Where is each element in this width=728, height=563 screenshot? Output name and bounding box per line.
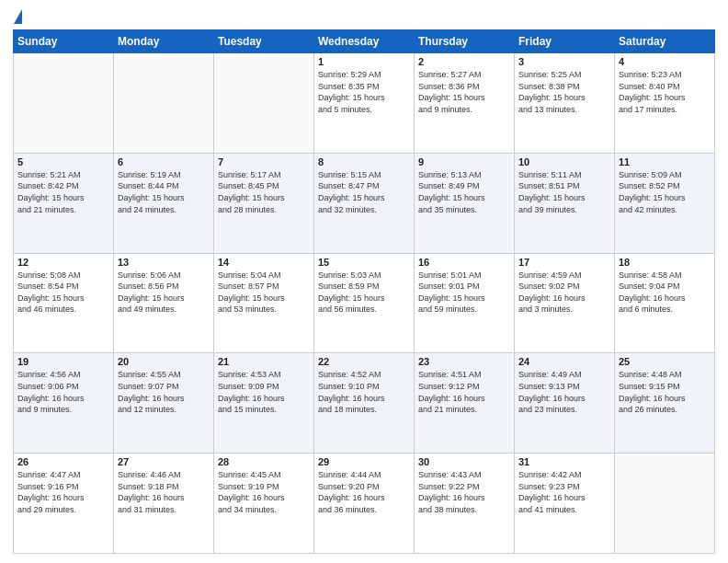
logo	[13, 9, 22, 24]
day-number: 23	[418, 356, 510, 367]
calendar-header-friday: Friday	[515, 30, 615, 53]
calendar-header-row: SundayMondayTuesdayWednesdayThursdayFrid…	[14, 30, 715, 53]
day-number: 16	[418, 257, 510, 268]
logo-triangle-icon	[14, 9, 22, 24]
calendar-cell: 16Sunrise: 5:01 AM Sunset: 9:01 PM Dayli…	[415, 253, 515, 353]
calendar-week-row: 19Sunrise: 4:56 AM Sunset: 9:06 PM Dayli…	[14, 353, 715, 454]
day-number: 3	[518, 56, 610, 67]
day-info: Sunrise: 4:51 AM Sunset: 9:12 PM Dayligh…	[418, 369, 510, 415]
day-number: 17	[518, 257, 610, 268]
calendar-cell: 12Sunrise: 5:08 AM Sunset: 8:54 PM Dayli…	[14, 253, 114, 353]
day-info: Sunrise: 4:43 AM Sunset: 9:22 PM Dayligh…	[418, 469, 510, 515]
day-info: Sunrise: 4:47 AM Sunset: 9:16 PM Dayligh…	[17, 469, 109, 515]
day-info: Sunrise: 4:59 AM Sunset: 9:02 PM Dayligh…	[518, 270, 610, 316]
calendar-cell: 20Sunrise: 4:55 AM Sunset: 9:07 PM Dayli…	[114, 353, 214, 454]
calendar-cell: 18Sunrise: 4:58 AM Sunset: 9:04 PM Dayli…	[615, 253, 715, 353]
day-number: 15	[318, 257, 410, 268]
calendar-cell: 25Sunrise: 4:48 AM Sunset: 9:15 PM Dayli…	[615, 353, 715, 454]
day-info: Sunrise: 5:17 AM Sunset: 8:45 PM Dayligh…	[218, 169, 310, 215]
calendar-cell: 11Sunrise: 5:09 AM Sunset: 8:52 PM Dayli…	[615, 153, 715, 253]
calendar-cell: 4Sunrise: 5:23 AM Sunset: 8:40 PM Daylig…	[615, 53, 715, 154]
day-info: Sunrise: 4:55 AM Sunset: 9:07 PM Dayligh…	[118, 369, 210, 415]
day-info: Sunrise: 4:58 AM Sunset: 9:04 PM Dayligh…	[619, 270, 711, 316]
day-info: Sunrise: 4:56 AM Sunset: 9:06 PM Dayligh…	[17, 369, 109, 415]
calendar-cell: 29Sunrise: 4:44 AM Sunset: 9:20 PM Dayli…	[314, 454, 415, 554]
day-number: 10	[518, 156, 610, 167]
day-info: Sunrise: 5:08 AM Sunset: 8:54 PM Dayligh…	[17, 270, 109, 316]
calendar-cell: 13Sunrise: 5:06 AM Sunset: 8:56 PM Dayli…	[114, 253, 214, 353]
calendar-header-thursday: Thursday	[415, 30, 515, 53]
day-number: 22	[318, 356, 410, 367]
calendar-cell: 3Sunrise: 5:25 AM Sunset: 8:38 PM Daylig…	[515, 53, 615, 154]
day-info: Sunrise: 5:11 AM Sunset: 8:51 PM Dayligh…	[518, 169, 610, 215]
day-info: Sunrise: 4:52 AM Sunset: 9:10 PM Dayligh…	[318, 369, 410, 415]
day-info: Sunrise: 4:45 AM Sunset: 9:19 PM Dayligh…	[218, 469, 310, 515]
calendar-cell: 24Sunrise: 4:49 AM Sunset: 9:13 PM Dayli…	[515, 353, 615, 454]
calendar-cell: 26Sunrise: 4:47 AM Sunset: 9:16 PM Dayli…	[14, 454, 114, 554]
day-number: 25	[619, 356, 711, 367]
day-info: Sunrise: 4:48 AM Sunset: 9:15 PM Dayligh…	[619, 369, 711, 415]
day-info: Sunrise: 4:46 AM Sunset: 9:18 PM Dayligh…	[118, 469, 210, 515]
calendar-cell: 21Sunrise: 4:53 AM Sunset: 9:09 PM Dayli…	[214, 353, 314, 454]
calendar-cell: 31Sunrise: 4:42 AM Sunset: 9:23 PM Dayli…	[515, 454, 615, 554]
day-number: 2	[418, 56, 510, 67]
day-number: 31	[518, 456, 610, 467]
day-number: 30	[418, 456, 510, 467]
day-info: Sunrise: 5:04 AM Sunset: 8:57 PM Dayligh…	[218, 270, 310, 316]
calendar-cell: 1Sunrise: 5:29 AM Sunset: 8:35 PM Daylig…	[314, 53, 415, 154]
day-number: 5	[17, 156, 109, 167]
day-number: 12	[17, 257, 109, 268]
calendar-cell: 10Sunrise: 5:11 AM Sunset: 8:51 PM Dayli…	[515, 153, 615, 253]
calendar-cell: 2Sunrise: 5:27 AM Sunset: 8:36 PM Daylig…	[415, 53, 515, 154]
day-number: 20	[118, 356, 210, 367]
calendar-cell	[214, 53, 314, 154]
day-info: Sunrise: 5:23 AM Sunset: 8:40 PM Dayligh…	[619, 69, 711, 115]
calendar-week-row: 12Sunrise: 5:08 AM Sunset: 8:54 PM Dayli…	[14, 253, 715, 353]
calendar-cell	[114, 53, 214, 154]
day-number: 9	[418, 156, 510, 167]
day-number: 28	[218, 456, 310, 467]
calendar-week-row: 1Sunrise: 5:29 AM Sunset: 8:35 PM Daylig…	[14, 53, 715, 154]
day-info: Sunrise: 4:44 AM Sunset: 9:20 PM Dayligh…	[318, 469, 410, 515]
day-info: Sunrise: 5:01 AM Sunset: 9:01 PM Dayligh…	[418, 270, 510, 316]
header	[13, 9, 715, 24]
day-number: 13	[118, 257, 210, 268]
day-number: 29	[318, 456, 410, 467]
day-number: 24	[518, 356, 610, 367]
day-number: 18	[619, 257, 711, 268]
day-info: Sunrise: 4:49 AM Sunset: 9:13 PM Dayligh…	[518, 369, 610, 415]
day-number: 1	[318, 56, 410, 67]
day-info: Sunrise: 5:25 AM Sunset: 8:38 PM Dayligh…	[518, 69, 610, 115]
calendar-week-row: 26Sunrise: 4:47 AM Sunset: 9:16 PM Dayli…	[14, 454, 715, 554]
day-number: 26	[17, 456, 109, 467]
calendar-cell: 14Sunrise: 5:04 AM Sunset: 8:57 PM Dayli…	[214, 253, 314, 353]
day-info: Sunrise: 5:06 AM Sunset: 8:56 PM Dayligh…	[118, 270, 210, 316]
day-info: Sunrise: 5:13 AM Sunset: 8:49 PM Dayligh…	[418, 169, 510, 215]
day-info: Sunrise: 5:29 AM Sunset: 8:35 PM Dayligh…	[318, 69, 410, 115]
day-number: 11	[619, 156, 711, 167]
day-number: 8	[318, 156, 410, 167]
calendar-cell: 22Sunrise: 4:52 AM Sunset: 9:10 PM Dayli…	[314, 353, 415, 454]
calendar-cell: 27Sunrise: 4:46 AM Sunset: 9:18 PM Dayli…	[114, 454, 214, 554]
calendar-cell: 17Sunrise: 4:59 AM Sunset: 9:02 PM Dayli…	[515, 253, 615, 353]
calendar-cell	[14, 53, 114, 154]
calendar-header-saturday: Saturday	[615, 30, 715, 53]
calendar-header-wednesday: Wednesday	[314, 30, 415, 53]
day-info: Sunrise: 5:19 AM Sunset: 8:44 PM Dayligh…	[118, 169, 210, 215]
calendar-cell: 9Sunrise: 5:13 AM Sunset: 8:49 PM Daylig…	[415, 153, 515, 253]
day-number: 6	[118, 156, 210, 167]
calendar-header-sunday: Sunday	[14, 30, 114, 53]
calendar-cell: 8Sunrise: 5:15 AM Sunset: 8:47 PM Daylig…	[314, 153, 415, 253]
calendar-cell: 7Sunrise: 5:17 AM Sunset: 8:45 PM Daylig…	[214, 153, 314, 253]
calendar-cell: 23Sunrise: 4:51 AM Sunset: 9:12 PM Dayli…	[415, 353, 515, 454]
day-number: 14	[218, 257, 310, 268]
day-number: 7	[218, 156, 310, 167]
calendar-cell: 5Sunrise: 5:21 AM Sunset: 8:42 PM Daylig…	[14, 153, 114, 253]
calendar-cell: 28Sunrise: 4:45 AM Sunset: 9:19 PM Dayli…	[214, 454, 314, 554]
day-info: Sunrise: 5:03 AM Sunset: 8:59 PM Dayligh…	[318, 270, 410, 316]
calendar-cell: 19Sunrise: 4:56 AM Sunset: 9:06 PM Dayli…	[14, 353, 114, 454]
day-info: Sunrise: 4:53 AM Sunset: 9:09 PM Dayligh…	[218, 369, 310, 415]
page: SundayMondayTuesdayWednesdayThursdayFrid…	[0, 0, 728, 563]
day-info: Sunrise: 5:15 AM Sunset: 8:47 PM Dayligh…	[318, 169, 410, 215]
calendar-header-tuesday: Tuesday	[214, 30, 314, 53]
